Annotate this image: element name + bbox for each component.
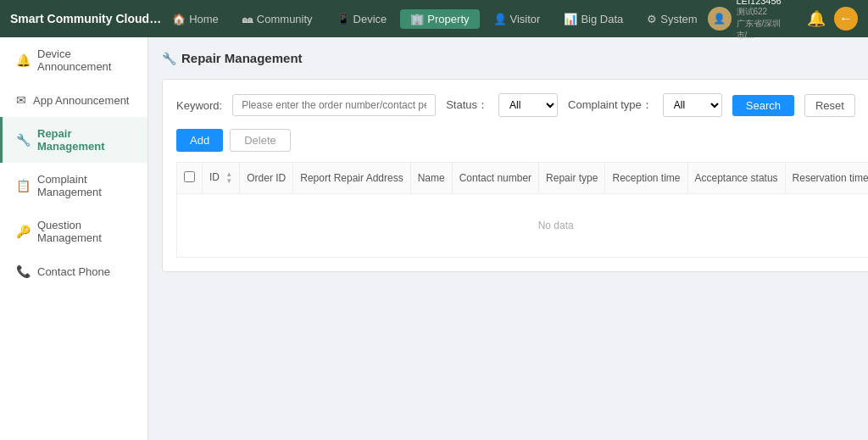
col-header-order-id: Order ID [240, 163, 293, 194]
sidebar-item-repair-management[interactable]: 🔧Repair Management [0, 117, 147, 163]
select-all-header [177, 163, 203, 194]
col-header-contact-number: Contact number [452, 163, 538, 194]
add-button[interactable]: Add [176, 129, 223, 152]
nav-item-big-data[interactable]: 📊Big Data [554, 9, 633, 29]
search-button[interactable]: Search [732, 95, 794, 116]
complaint-type-select[interactable]: All [663, 93, 722, 117]
top-navigation: Smart Community Cloud ... 🏠Home🏘Communit… [0, 0, 868, 37]
content-card: Keyword: Status： All Complaint type： All… [162, 79, 868, 272]
repair-table: ID ▲▼Order IDReport Repair AddressNameCo… [176, 162, 868, 258]
user-location-line1: 测试622 [737, 6, 799, 18]
keyword-label: Keyword: [176, 99, 222, 112]
sidebar-item-contact-phone[interactable]: 📞Contact Phone [0, 254, 147, 288]
user-location-line2: 广东省/深圳市/... [737, 18, 799, 42]
main-content: 🔧 Repair Management Keyword: Status： All… [148, 37, 868, 440]
table-body: No data [177, 194, 869, 258]
sort-desc-icon[interactable]: ▼ [225, 178, 232, 185]
select-all-checkbox[interactable] [184, 171, 195, 182]
nav-item-community[interactable]: 🏘Community [232, 9, 323, 29]
page-header: 🔧 Repair Management [162, 51, 868, 65]
nav-menu: 🏠Home🏘Community📱Device🏢Property👤Visitor📊… [162, 9, 707, 29]
main-layout: 🔔Device Announcement✉App Announcement🔧Re… [0, 0, 868, 440]
col-header-id: ID ▲▼ [203, 163, 240, 194]
brand-logo: Smart Community Cloud ... [10, 12, 162, 25]
nav-item-home[interactable]: 🏠Home [162, 9, 229, 29]
no-data-row: No data [177, 194, 869, 258]
complaint-type-label: Complaint type： [568, 97, 653, 113]
avatar: 👤 [708, 7, 732, 31]
sidebar-item-app-announcement[interactable]: ✉App Announcement [0, 83, 147, 117]
status-select[interactable]: All [498, 93, 558, 117]
table-header: ID ▲▼Order IDReport Repair AddressNameCo… [177, 163, 869, 194]
username: LEI123456 [737, 0, 799, 6]
no-data-cell: No data [177, 194, 869, 258]
nav-item-property[interactable]: 🏢Property [400, 9, 479, 29]
col-header-reservation-time: Reservation time [785, 163, 868, 194]
col-header-acceptance-status: Acceptance status [687, 163, 785, 194]
col-header-name: Name [410, 163, 452, 194]
reset-button[interactable]: Reset [804, 94, 855, 117]
nav-right-section: 👤 LEI123456 测试622 广东省/深圳市/... 🔔 ← [708, 0, 858, 42]
status-label: Status： [446, 97, 488, 113]
col-header-report-repair-address: Report Repair Address [293, 163, 410, 194]
col-header-reception-time: Reception time [605, 163, 687, 194]
sidebar-item-device-announcement[interactable]: 🔔Device Announcement [0, 37, 147, 83]
page-title: Repair Management [181, 51, 303, 65]
filter-row: Keyword: Status： All Complaint type： All… [176, 93, 868, 117]
delete-button[interactable]: Delete [230, 129, 291, 152]
sidebar-item-question-management[interactable]: 🔑Question Management [0, 209, 147, 254]
repair-icon: 🔧 [162, 52, 176, 65]
back-button[interactable]: ← [834, 7, 858, 31]
id-sort[interactable]: ▲▼ [225, 171, 232, 185]
col-header-repair-type: Repair type [539, 163, 605, 194]
nav-item-device[interactable]: 📱Device [326, 9, 398, 29]
nav-item-system[interactable]: ⚙System [637, 9, 707, 29]
sidebar: 🔔Device Announcement✉App Announcement🔧Re… [0, 37, 148, 440]
keyword-input[interactable] [232, 94, 436, 116]
action-row: Add Delete [176, 129, 868, 152]
sidebar-item-complaint-management[interactable]: 📋Complaint Management [0, 163, 147, 209]
nav-item-visitor[interactable]: 👤Visitor [483, 9, 551, 29]
user-info[interactable]: 👤 LEI123456 测试622 广东省/深圳市/... [708, 0, 799, 42]
notification-bell-icon[interactable]: 🔔 [807, 9, 826, 28]
